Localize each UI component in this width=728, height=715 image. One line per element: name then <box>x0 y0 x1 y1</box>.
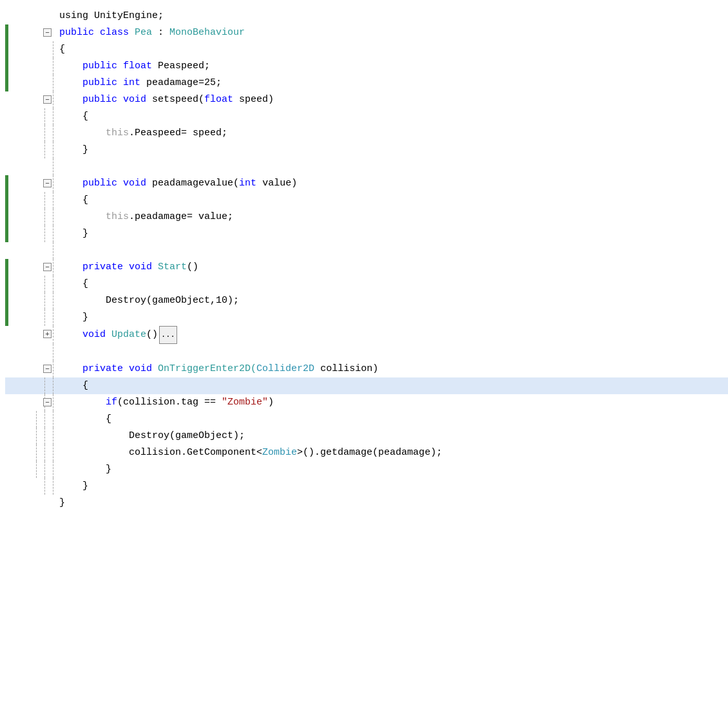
line-content-17: { <box>57 276 88 292</box>
line-content-7: { <box>57 108 88 125</box>
line-content-11: public void peadamagevalue(int value) <box>57 175 297 192</box>
code-editor: using UnityEngine; − public class Pea : … <box>0 0 728 519</box>
code-line-8: this.Peaspeed= speed; <box>5 125 728 142</box>
code-line-3: { <box>5 41 728 58</box>
line-content-2: public class Pea : MonoBehaviour <box>57 24 245 41</box>
fold-minus-11[interactable]: − <box>43 179 52 187</box>
fold-minus-22[interactable]: − <box>43 365 52 373</box>
code-line-1: using UnityEngine; <box>5 8 728 24</box>
code-line-2: − public class Pea : MonoBehaviour <box>5 24 728 41</box>
code-line-27: collision.GetComponent<Zombie>().getdama… <box>5 444 728 461</box>
code-line-15 <box>5 242 728 259</box>
line-content-19: } <box>57 309 88 326</box>
code-line-12: { <box>5 192 728 209</box>
line-content-27: collision.GetComponent<Zombie>().getdama… <box>57 444 442 461</box>
line-content-14: } <box>57 225 88 242</box>
line-content-8: this.Peaspeed= speed; <box>57 125 227 142</box>
line-content-26: Destroy(gameObject); <box>57 428 245 444</box>
line-content-4: public float Peaspeed; <box>57 58 210 75</box>
line-content-30: } <box>57 495 65 511</box>
code-line-30: } <box>5 495 728 511</box>
fold-plus-20[interactable]: + <box>43 330 52 338</box>
code-line-28: } <box>5 461 728 478</box>
line-content-23: { <box>57 377 88 394</box>
code-line-9: } <box>5 142 728 158</box>
line-content-25: { <box>57 411 111 428</box>
code-line-17: { <box>5 276 728 292</box>
code-line-20: + void Update()... <box>5 326 728 344</box>
line-content-1: using UnityEngine; <box>57 8 164 24</box>
code-line-19: } <box>5 309 728 326</box>
code-line-11: − public void peadamagevalue(int value) <box>5 175 728 192</box>
code-line-18: Destroy(gameObject,10); <box>5 292 728 309</box>
code-line-16: − private void Start() <box>5 259 728 276</box>
line-content-5: public int peadamage=25; <box>57 75 222 91</box>
code-line-25: { <box>5 411 728 428</box>
line-content-6: public void setspeed(float speed) <box>57 91 274 108</box>
fold-minus-6[interactable]: − <box>43 95 52 104</box>
line-content-13: this.peadamage= value; <box>57 209 233 225</box>
code-line-23: { <box>5 377 728 394</box>
ellipsis-update[interactable]: ... <box>159 326 177 344</box>
fold-minus-16[interactable]: − <box>43 263 52 271</box>
code-line-14: } <box>5 225 728 242</box>
line-content-21 <box>57 344 65 361</box>
line-content-18: Destroy(gameObject,10); <box>57 292 239 309</box>
code-line-6: − public void setspeed(float speed) <box>5 91 728 108</box>
code-line-22: − private void OnTriggerEnter2D(Collider… <box>5 361 728 377</box>
line-content-20: void Update()... <box>57 326 177 344</box>
code-line-4: public float Peaspeed; <box>5 58 728 75</box>
code-line-21 <box>5 344 728 361</box>
line-content-12: { <box>57 192 88 209</box>
line-content-28: } <box>57 461 111 478</box>
code-line-7: { <box>5 108 728 125</box>
fold-minus-2[interactable]: − <box>43 28 52 37</box>
line-content-29: } <box>57 478 88 495</box>
line-content-24: if(collision.tag == "Zombie") <box>57 394 274 411</box>
line-content-3: { <box>57 41 65 58</box>
line-content-16: private void Start() <box>57 259 198 276</box>
code-line-26: Destroy(gameObject); <box>5 428 728 444</box>
line-content-22: private void OnTriggerEnter2D(Collider2D… <box>57 361 378 377</box>
code-line-29: } <box>5 478 728 495</box>
fold-minus-24[interactable]: − <box>43 398 52 406</box>
line-content-10 <box>57 158 65 175</box>
code-line-5: public int peadamage=25; <box>5 75 728 91</box>
code-line-24: − if(collision.tag == "Zombie") <box>5 394 728 411</box>
line-content-15 <box>57 242 65 259</box>
code-line-10 <box>5 158 728 175</box>
code-line-13: this.peadamage= value; <box>5 209 728 225</box>
line-content-9: } <box>57 142 88 158</box>
